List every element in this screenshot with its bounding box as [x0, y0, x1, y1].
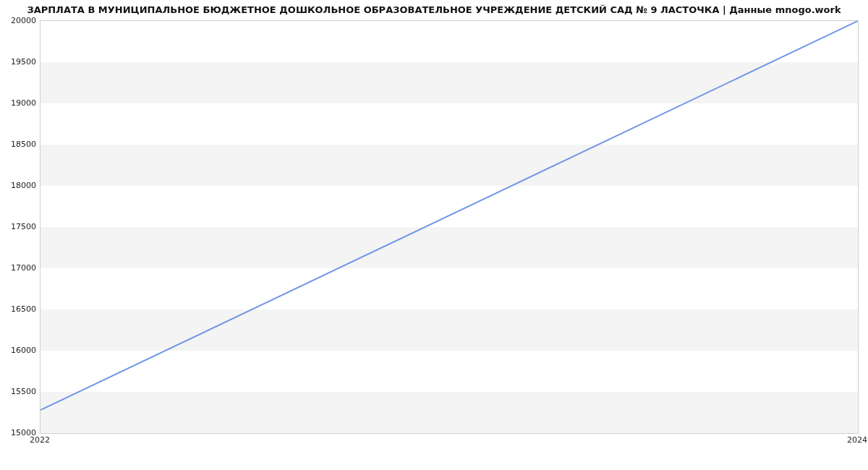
- x-tick-label: 2022: [30, 435, 50, 445]
- y-tick-label: 17000: [4, 263, 36, 273]
- y-tick-label: 16000: [4, 346, 36, 355]
- line-series: [41, 21, 858, 433]
- y-tick-label: 17500: [4, 222, 36, 231]
- y-tick-label: 19500: [4, 57, 36, 67]
- y-tick-label: 20000: [4, 16, 36, 25]
- plot-area: [40, 20, 859, 434]
- y-tick-label: 19000: [4, 98, 36, 108]
- y-tick-label: 18500: [4, 140, 36, 149]
- x-tick-label: 2024: [847, 435, 867, 445]
- chart-container: ЗАРПЛАТА В МУНИЦИПАЛЬНОЕ БЮДЖЕТНОЕ ДОШКО…: [0, 0, 868, 470]
- y-tick-label: 18000: [4, 181, 36, 190]
- chart-title: ЗАРПЛАТА В МУНИЦИПАЛЬНОЕ БЮДЖЕТНОЕ ДОШКО…: [0, 4, 868, 15]
- y-tick-label: 16500: [4, 304, 36, 314]
- y-tick-label: 15500: [4, 387, 36, 396]
